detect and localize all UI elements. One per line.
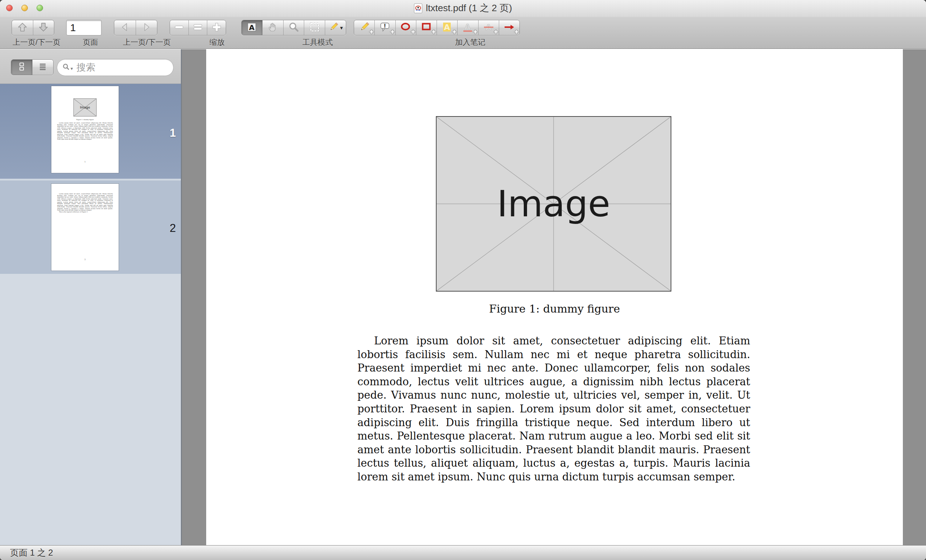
svg-text:!: !: [384, 23, 386, 29]
zoom-in-button[interactable]: [207, 20, 226, 35]
page-field-label: 页面: [83, 37, 98, 47]
previous-page-button[interactable]: [12, 20, 33, 35]
thumbnail-folio: 2: [51, 258, 119, 260]
underline-a-icon: A: [462, 21, 474, 34]
add-line-button[interactable]: [499, 20, 519, 35]
actual-size-button[interactable]: [189, 20, 207, 35]
next-page-button[interactable]: [33, 20, 54, 35]
window-title-text: ltxtest.pdf (1 之 2 页): [426, 2, 512, 15]
hand-tool-button[interactable]: [263, 20, 284, 35]
page-number-label: 1: [165, 127, 181, 140]
status-bar: 页面 1 之 2: [0, 545, 926, 560]
pencil-icon: [359, 21, 370, 34]
page-nav-label: 上一页/下一页: [13, 37, 61, 47]
zoom-group: [169, 20, 226, 35]
plus-icon: [211, 21, 222, 34]
window-title: ltxtest.pdf (1 之 2 页): [0, 0, 926, 16]
sidebar-view-switcher: [11, 59, 53, 75]
add-freehand-note-button[interactable]: [354, 20, 375, 35]
down-arrow-icon: [38, 21, 49, 34]
add-circle-button[interactable]: [396, 20, 416, 35]
thumbnail-body-text: Lorem ipsum dolor sit amet, consectetuer…: [57, 122, 113, 140]
page-number-label: 2: [165, 222, 181, 235]
page-thumbnail[interactable]: Lorem ipsum dolor sit amet, consectetuer…: [51, 184, 119, 271]
history-label: 上一页/下一页: [123, 37, 171, 47]
pdf-document-icon: [414, 3, 422, 14]
add-anchored-note-button[interactable]: !: [375, 20, 395, 35]
search-input[interactable]: [76, 62, 173, 73]
red-box-icon: [421, 21, 432, 34]
note-pencil-icon: [328, 22, 339, 34]
add-highlight-button[interactable]: A: [437, 20, 458, 35]
dropdown-arrow-icon[interactable]: ▾: [340, 24, 343, 31]
search-field[interactable]: ▾: [57, 59, 174, 76]
minus-icon: [173, 21, 185, 34]
forward-triangle-icon: [141, 21, 152, 34]
magnifier-icon: [288, 21, 300, 34]
plus-badge-icon: [514, 29, 519, 34]
thumbnail-view-button[interactable]: [11, 60, 33, 75]
svg-text:A: A: [465, 23, 471, 31]
page-thumbnail[interactable]: Image Figure 1: dummy figure Lorem ipsum…: [51, 86, 119, 173]
text-tool-button[interactable]: A: [242, 20, 263, 35]
thumbnail-reference-line: This is the typeset reference of Figure …: [57, 211, 113, 213]
figure-image-label: Image: [437, 117, 670, 291]
sidebar-empty-area: [0, 274, 181, 545]
thumbnail-figure-placeholder: Image: [73, 98, 97, 117]
plus-badge-icon: [410, 29, 416, 34]
zoom-label: 缩放: [209, 37, 225, 47]
svg-text:A: A: [249, 23, 255, 32]
thumbnail-row-page-2[interactable]: Lorem ipsum dolor sit amet, consectetuer…: [0, 180, 181, 274]
content-area: ▾ Image Figure 1: dummy figure Lorem ips…: [0, 49, 926, 545]
back-button[interactable]: [114, 20, 136, 35]
plus-badge-icon: [390, 29, 395, 34]
outline-view-button[interactable]: [33, 60, 53, 75]
history-group: [114, 20, 157, 35]
red-arrow-icon: [504, 21, 515, 34]
red-circle-icon: [400, 21, 412, 34]
thumbnail-folio: 1: [51, 160, 119, 163]
figure-caption: Figure 1: dummy figure: [206, 303, 903, 315]
tool-mode-label: 工具模式: [303, 37, 333, 47]
add-box-button[interactable]: [416, 20, 437, 35]
page-nav-group: [12, 20, 54, 35]
page-status-text: 页面 1 之 2: [10, 547, 53, 558]
note-bubble-icon: !: [379, 21, 391, 34]
search-menu-chevron-icon[interactable]: ▾: [71, 66, 73, 71]
magnify-tool-button[interactable]: [284, 20, 304, 35]
sidebar-header: ▾: [0, 49, 181, 84]
strikeout-a-icon: A: [483, 21, 495, 34]
plus-badge-icon: [473, 29, 478, 34]
window-chrome: ltxtest.pdf (1 之 2 页) 上一页/下一页 页面 上一页/下一页: [0, 0, 926, 49]
sidebar: ▾ Image Figure 1: dummy figure Lorem ips…: [0, 49, 181, 545]
thumbnail-image-label: Image: [74, 99, 96, 116]
equals-icon: [192, 21, 204, 34]
hand-icon: [267, 21, 278, 34]
plus-badge-icon: [493, 29, 498, 34]
plus-badge-icon: [452, 29, 457, 34]
add-strikeout-button[interactable]: A: [478, 20, 499, 35]
zoom-out-button[interactable]: [170, 20, 189, 35]
add-note-group: ! A A A: [354, 20, 520, 35]
page-number-input[interactable]: [66, 20, 101, 35]
selection-marquee-icon: [309, 21, 321, 34]
forward-button[interactable]: [136, 20, 157, 35]
note-tool-button[interactable]: ▾: [325, 20, 346, 35]
select-tool-button[interactable]: [304, 20, 325, 35]
text-tool-a-icon: A: [246, 21, 257, 34]
add-note-label: 加入笔记: [455, 37, 486, 47]
add-underline-button[interactable]: A: [458, 20, 478, 35]
document-view: Image Figure 1: dummy figure Lorem ipsum…: [182, 49, 926, 545]
svg-text:A: A: [444, 23, 450, 32]
tool-mode-group: A ▾: [241, 20, 346, 35]
up-arrow-icon: [17, 21, 28, 34]
thumbnail-body-text: Lorem ipsum dolor sit amet, consectetuer…: [57, 193, 113, 213]
plus-badge-icon: [431, 29, 436, 34]
plus-badge-icon: [369, 29, 374, 34]
thumbnail-row-page-1[interactable]: Image Figure 1: dummy figure Lorem ipsum…: [0, 84, 181, 179]
search-icon[interactable]: [62, 63, 70, 73]
document-page[interactable]: Image Figure 1: dummy figure Lorem ipsum…: [206, 49, 903, 545]
back-triangle-icon: [119, 21, 130, 34]
outline-list-icon: [37, 61, 48, 73]
thumbnail-grid-icon: [16, 61, 27, 73]
